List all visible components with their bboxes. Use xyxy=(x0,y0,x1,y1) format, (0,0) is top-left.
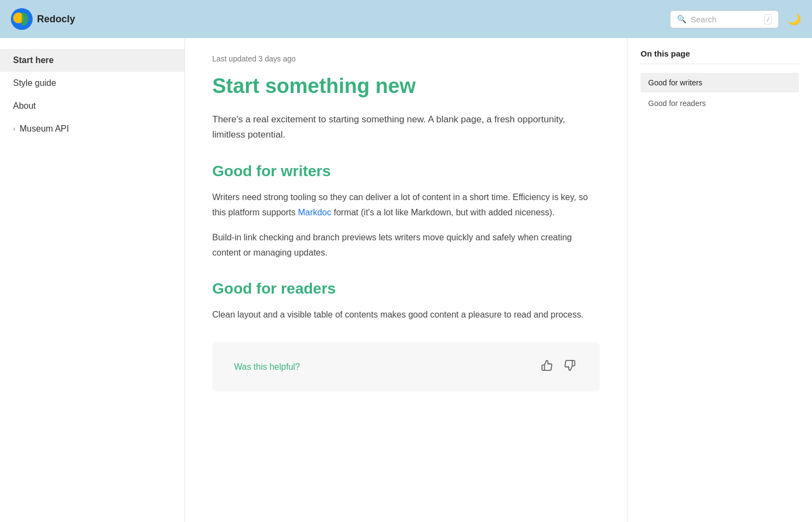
section-heading-writers: Good for writers xyxy=(212,163,600,180)
header: Redocly 🔍 Search / 🌙 xyxy=(0,0,812,38)
page-title: Start something new xyxy=(212,74,600,99)
sidebar-item-about[interactable]: About xyxy=(0,95,184,117)
feedback-box: Was this helpful? xyxy=(212,342,600,391)
section-good-for-writers: Good for writers Writers need strong too… xyxy=(212,163,600,260)
main-content: Last updated 3 days ago Start something … xyxy=(185,38,627,522)
page-layout: Start here Style guide About › Museum AP… xyxy=(0,38,812,522)
section-text-readers-1: Clean layout and a visible table of cont… xyxy=(212,307,600,322)
sidebar-item-style-guide[interactable]: Style guide xyxy=(0,72,184,95)
logo-area[interactable]: Redocly xyxy=(11,8,75,30)
search-shortcut: / xyxy=(764,14,772,24)
search-icon: 🔍 xyxy=(677,15,686,23)
toc-sidebar: On this page Good for writers Good for r… xyxy=(627,38,812,522)
header-right: 🔍 Search / 🌙 xyxy=(670,10,801,28)
sidebar-label-museum-api: Museum API xyxy=(20,124,69,134)
feedback-label: Was this helpful? xyxy=(234,362,300,372)
search-placeholder-text: Search xyxy=(691,15,760,24)
search-box[interactable]: 🔍 Search / xyxy=(670,10,779,28)
page-intro: There's a real excitement to starting so… xyxy=(212,112,600,144)
sidebar-label-start-here: Start here xyxy=(13,55,54,65)
sidebar: Start here Style guide About › Museum AP… xyxy=(0,38,185,522)
sidebar-label-about: About xyxy=(13,101,36,111)
section-heading-readers: Good for readers xyxy=(212,280,600,297)
dark-mode-button[interactable]: 🌙 xyxy=(788,13,801,26)
toc-title: On this page xyxy=(641,49,799,64)
logo-text: Redocly xyxy=(37,14,75,25)
feedback-buttons xyxy=(539,357,578,376)
sidebar-label-style-guide: Style guide xyxy=(13,78,56,88)
toc-item-good-for-readers[interactable]: Good for readers xyxy=(641,94,799,113)
thumbs-down-button[interactable] xyxy=(562,357,578,376)
logo-icon xyxy=(11,8,33,30)
section-text-writers-1: Writers need strong tooling so they can … xyxy=(212,190,600,220)
sidebar-item-start-here[interactable]: Start here xyxy=(0,49,184,72)
section-good-for-readers: Good for readers Clean layout and a visi… xyxy=(212,280,600,322)
chevron-right-icon: › xyxy=(13,125,15,133)
sidebar-item-museum-api[interactable]: › Museum API xyxy=(0,117,184,140)
thumbs-up-icon xyxy=(541,359,553,371)
last-updated: Last updated 3 days ago xyxy=(212,54,600,63)
toc-item-good-for-writers[interactable]: Good for writers xyxy=(641,73,799,92)
markdoc-link[interactable]: Markdoc xyxy=(298,208,331,217)
thumbs-down-icon xyxy=(564,359,576,371)
thumbs-up-button[interactable] xyxy=(539,357,555,376)
section-text-writers-2: Build-in link checking and branch previe… xyxy=(212,230,600,260)
